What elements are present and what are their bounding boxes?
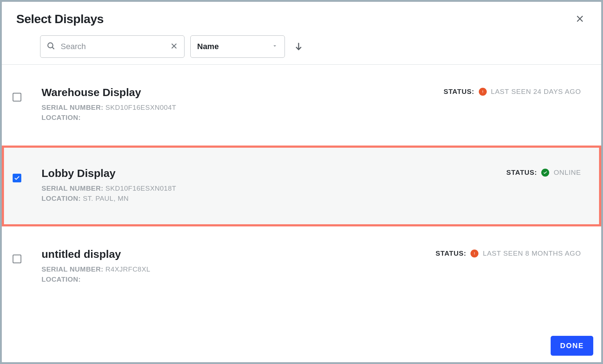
- status-text: LAST SEEN 24 DAYS AGO: [491, 88, 581, 96]
- arrow-down-icon: [294, 47, 304, 52]
- row-checkbox[interactable]: [13, 93, 21, 101]
- serial-label: SERIAL NUMBER:: [42, 185, 103, 192]
- status-warn-icon: [479, 88, 487, 96]
- search-clear-button[interactable]: [169, 41, 179, 53]
- display-row[interactable]: Lobby DisplaySERIAL NUMBER: SKD10F16ESXN…: [2, 146, 601, 226]
- sort-direction-button[interactable]: [291, 38, 307, 55]
- modal-footer: DONE: [2, 331, 601, 362]
- toolbar: Name: [2, 27, 601, 65]
- row-location: LOCATION: ST. PAUL, MN: [42, 195, 506, 203]
- row-checkbox[interactable]: [13, 174, 21, 182]
- row-title: untitled display: [42, 248, 435, 260]
- row-location: LOCATION:: [42, 276, 435, 283]
- search-input[interactable]: [40, 35, 185, 58]
- serial-label: SERIAL NUMBER:: [42, 104, 103, 111]
- display-row[interactable]: Warehouse DisplaySERIAL NUMBER: SKD10F16…: [2, 65, 601, 146]
- sort-select[interactable]: Name: [190, 35, 285, 58]
- location-value: ST. PAUL, MN: [83, 195, 129, 202]
- caret-down-icon: [272, 42, 278, 51]
- serial-value: R4XJRFC8XL: [105, 265, 150, 273]
- serial-label: SERIAL NUMBER:: [42, 265, 103, 273]
- close-icon: [575, 19, 585, 25]
- location-label: LOCATION:: [42, 276, 81, 283]
- row-title: Lobby Display: [42, 167, 506, 179]
- row-main: Lobby DisplaySERIAL NUMBER: SKD10F16ESXN…: [42, 167, 506, 205]
- row-checkbox[interactable]: [13, 255, 21, 263]
- row-serial: SERIAL NUMBER: R4XJRFC8XL: [42, 265, 435, 273]
- location-label: LOCATION:: [42, 114, 81, 121]
- status-label: STATUS:: [435, 250, 466, 257]
- display-list[interactable]: Warehouse DisplaySERIAL NUMBER: SKD10F16…: [2, 65, 601, 331]
- status-label: STATUS:: [506, 169, 537, 177]
- row-status: STATUS:LAST SEEN 8 MONTHS AGO: [435, 250, 581, 257]
- close-button[interactable]: [573, 12, 587, 27]
- sort-select-label: Name: [197, 42, 219, 51]
- row-status: STATUS:ONLINE: [506, 169, 581, 177]
- status-label: STATUS:: [443, 88, 474, 96]
- done-button[interactable]: DONE: [551, 336, 593, 356]
- row-main: untitled displaySERIAL NUMBER: R4XJRFC8X…: [42, 248, 435, 286]
- row-serial: SERIAL NUMBER: SKD10F16ESXN004T: [42, 104, 443, 112]
- location-label: LOCATION:: [42, 195, 81, 202]
- modal-header: Select Displays: [2, 2, 601, 27]
- select-displays-modal: Select Displays Name: [1, 1, 602, 363]
- row-main: Warehouse DisplaySERIAL NUMBER: SKD10F16…: [42, 86, 443, 124]
- display-row[interactable]: untitled displaySERIAL NUMBER: R4XJRFC8X…: [2, 226, 601, 307]
- status-text: LAST SEEN 8 MONTHS AGO: [483, 250, 581, 257]
- status-ok-icon: [541, 169, 549, 177]
- serial-value: SKD10F16ESXN004T: [105, 104, 176, 111]
- modal-title: Select Displays: [16, 12, 104, 26]
- row-title: Warehouse Display: [42, 86, 443, 99]
- status-warn-icon: [470, 250, 478, 257]
- row-location: LOCATION:: [42, 114, 443, 122]
- status-text: ONLINE: [554, 169, 581, 177]
- row-serial: SERIAL NUMBER: SKD10F16ESXN018T: [42, 185, 506, 192]
- row-status: STATUS:LAST SEEN 24 DAYS AGO: [443, 88, 581, 96]
- serial-value: SKD10F16ESXN018T: [105, 185, 176, 192]
- search-field-wrap: [40, 35, 185, 58]
- x-icon: [170, 46, 178, 51]
